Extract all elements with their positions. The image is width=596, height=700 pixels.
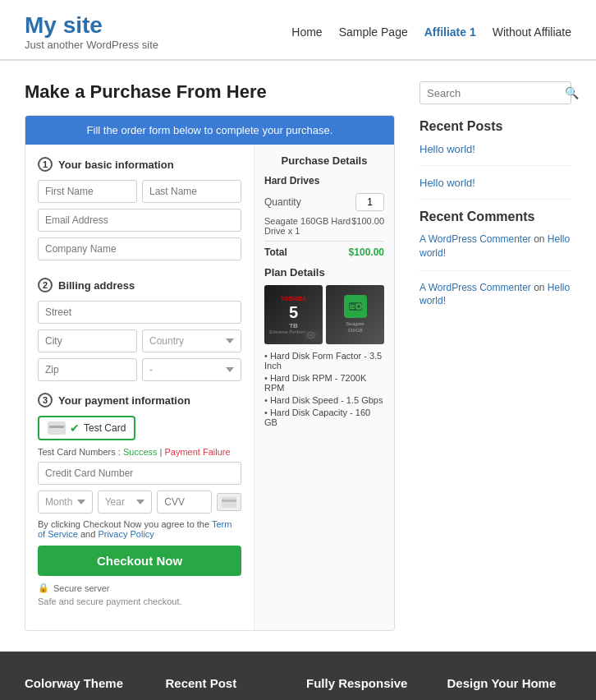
hdd-image-2: Seagate160GB xyxy=(326,285,384,344)
street-input[interactable] xyxy=(38,301,241,324)
city-input[interactable] xyxy=(38,329,137,352)
nav-sample[interactable]: Sample Page xyxy=(339,25,408,39)
item-row: Seagate 160GB Hard Drive x 1 $100.00 xyxy=(264,216,384,236)
svg-rect-2 xyxy=(222,497,236,508)
footer-title-2: Recent Post xyxy=(166,676,291,690)
footer-widget-3: Fully Responsive Colorway is a unique re… xyxy=(306,676,431,700)
section1-num: 1 xyxy=(38,157,53,172)
zip-row: - xyxy=(38,358,241,381)
section2-num: 2 xyxy=(38,278,53,292)
email-input[interactable] xyxy=(38,209,241,232)
credit-card-input[interactable] xyxy=(38,462,241,485)
cvv-card-icon xyxy=(217,493,241,511)
year-select[interactable]: Year xyxy=(98,490,153,513)
item-label: Seagate 160GB Hard Drive x 1 xyxy=(264,216,351,236)
form-left: 1 Your basic information 2 xyxy=(25,145,254,630)
recent-post-link-2[interactable]: Hello world! xyxy=(419,177,475,189)
site-title-wrap: My site Just another WordPress site xyxy=(25,12,158,51)
qty-input[interactable] xyxy=(355,193,384,211)
site-title[interactable]: My site xyxy=(25,12,158,39)
zip-input[interactable] xyxy=(38,358,137,381)
commenter-link-1[interactable]: A WordPress Commenter xyxy=(419,233,531,245)
privacy-link[interactable]: Privacy Policy xyxy=(98,529,154,539)
form-header: Fill the order form below to complete yo… xyxy=(25,116,394,145)
svg-point-6 xyxy=(309,334,313,337)
recent-comment-2: A WordPress Commenter on Hello world! xyxy=(419,281,571,309)
section2-label: Billing address xyxy=(58,279,135,292)
purchase-title: Purchase Details xyxy=(264,154,384,167)
nav-without-affiliate[interactable]: Without Affiliate xyxy=(493,25,571,39)
card-icon xyxy=(48,421,66,435)
footer-widget-2: Recent Post Worth A Thousand Words Categ… xyxy=(166,676,291,700)
item-price: $100.00 xyxy=(351,216,384,236)
form-right: Purchase Details Hard Drives Quantity Se… xyxy=(254,145,394,630)
total-label: Total xyxy=(264,246,287,258)
name-row xyxy=(38,180,241,203)
city-country-row: Country xyxy=(38,329,241,352)
total-price: $100.00 xyxy=(349,246,384,258)
section-basic-info: 1 Your basic information xyxy=(38,157,241,266)
zip-select2[interactable]: - xyxy=(142,358,241,381)
nav-affiliate1[interactable]: Affiliate 1 xyxy=(424,25,476,39)
test-card-button[interactable]: ✔ Test Card xyxy=(38,416,135,440)
form-body: 1 Your basic information 2 xyxy=(25,145,394,630)
content-area: Make a Purchase From Here Fill the order… xyxy=(25,81,395,631)
checkout-button[interactable]: Checkout Now xyxy=(38,546,241,576)
search-input[interactable] xyxy=(427,87,565,99)
comment-on-2: on xyxy=(534,282,548,293)
recent-comment-1: A WordPress Commenter on Hello world! xyxy=(419,233,571,260)
checkmark-icon: ✔ xyxy=(70,421,80,435)
main-nav: Home Sample Page Affiliate 1 Without Aff… xyxy=(291,25,571,39)
main-content: Make a Purchase From Here Fill the order… xyxy=(0,61,596,652)
recent-post-1: Hello world! xyxy=(419,142,571,155)
recent-post-link-1[interactable]: Hello world! xyxy=(419,143,475,155)
recent-post-2: Hello world! xyxy=(419,176,571,189)
page-title: Make a Purchase From Here xyxy=(25,81,395,103)
toshiba-label: TOSHIBA xyxy=(269,296,317,302)
plan-title: Plan Details xyxy=(264,266,384,279)
company-input[interactable] xyxy=(38,237,241,260)
svg-rect-11 xyxy=(350,308,355,309)
hdd-size-label: 5 xyxy=(269,303,317,322)
nav-home[interactable]: Home xyxy=(291,25,322,39)
svg-rect-3 xyxy=(222,500,236,502)
test-card-numbers: Test Card Numbers : Success | Payment Fa… xyxy=(38,447,241,457)
qty-row: Quantity xyxy=(264,193,384,211)
section2-title: 2 Billing address xyxy=(38,278,241,292)
product-images: TOSHIBA 5 TB Extreme Performance xyxy=(264,285,384,344)
month-select[interactable]: Month xyxy=(38,490,93,513)
comment-on-1: on xyxy=(534,233,548,245)
test-card-label: Test Card xyxy=(84,422,126,434)
footer-title-1: Colorway Theme xyxy=(25,676,149,690)
section-payment: 3 Your payment information ✔ Test Card T… xyxy=(38,393,241,606)
svg-rect-0 xyxy=(49,423,64,434)
cvv-input[interactable] xyxy=(157,490,212,513)
plan-specs: Hard Disk Form Factor - 3.5 Inch Hard Di… xyxy=(264,351,384,427)
section1-title: 1 Your basic information xyxy=(38,157,241,172)
svg-rect-10 xyxy=(350,306,355,307)
secure-label: Secure server xyxy=(53,583,109,593)
spec-1: Hard Disk Form Factor - 3.5 Inch xyxy=(264,351,384,371)
terms-text: By clicking Checkout Now you agree to th… xyxy=(38,519,241,539)
form-card: Fill the order form below to complete yo… xyxy=(25,115,395,631)
hdd-image-1: TOSHIBA 5 TB Extreme Performance xyxy=(264,285,323,344)
footer-widget-4: Design Your Home Express your creativity… xyxy=(447,676,572,700)
commenter-link-2[interactable]: A WordPress Commenter xyxy=(419,282,531,293)
search-icon[interactable]: 🔍 xyxy=(565,86,579,99)
section3-label: Your payment information xyxy=(58,394,190,407)
last-name-input[interactable] xyxy=(142,180,241,203)
spec-2: Hard Disk RPM - 7200K RPM xyxy=(264,373,384,393)
first-name-input[interactable] xyxy=(38,180,137,203)
qty-label: Quantity xyxy=(264,196,301,208)
failure-link[interactable]: Payment Failure xyxy=(165,447,231,457)
hard-drives-label: Hard Drives xyxy=(264,175,384,187)
section1-label: Your basic information xyxy=(58,159,174,171)
sidebar: 🔍 Recent Posts Hello world! Hello world!… xyxy=(419,81,571,631)
section-billing: 2 Billing address Country xyxy=(38,278,241,381)
search-box[interactable]: 🔍 xyxy=(419,81,571,104)
month-year-cvv-row: Month Year xyxy=(38,490,241,513)
secure-desc: Safe and secure payment checkout. xyxy=(38,596,241,606)
success-link[interactable]: Success xyxy=(123,447,158,457)
country-select[interactable]: Country xyxy=(142,329,241,352)
svg-rect-1 xyxy=(49,426,64,428)
